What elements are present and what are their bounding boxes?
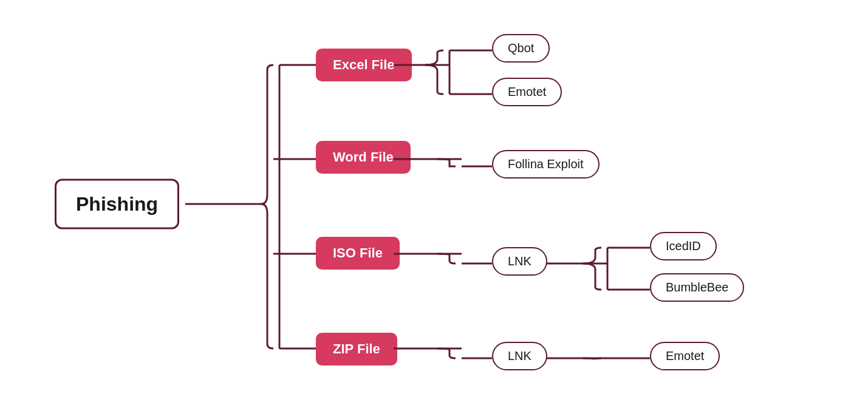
leaf-follina: Follina Exploit	[492, 150, 600, 178]
lnk-iso-label: LNK	[508, 254, 531, 268]
file-box-iso: ISO File	[316, 237, 400, 270]
leaf-icedid: IcedID	[650, 232, 717, 260]
bumblebee-label: BumbleBee	[666, 280, 728, 294]
zip-label: ZIP File	[333, 341, 380, 356]
file-box-zip: ZIP File	[316, 333, 397, 365]
file-box-excel: Excel File	[316, 49, 412, 81]
excel-label: Excel File	[333, 57, 395, 72]
phishing-box: Phishing	[55, 179, 179, 229]
diagram: Phishing Excel File Word File ISO File Z…	[0, 0, 868, 408]
qbot-label: Qbot	[508, 41, 534, 55]
icedid-label: IcedID	[666, 239, 701, 253]
leaf-lnk-iso: LNK	[492, 247, 547, 276]
leaf-bumblebee: BumbleBee	[650, 273, 744, 302]
iso-label: ISO File	[333, 245, 383, 260]
emotet1-label: Emotet	[508, 85, 546, 98]
leaf-lnk-zip: LNK	[492, 342, 547, 370]
follina-label: Follina Exploit	[508, 157, 584, 171]
file-box-word: Word File	[316, 141, 411, 174]
leaf-qbot: Qbot	[492, 34, 550, 63]
leaf-emotet-excel: Emotet	[492, 78, 562, 106]
emotet2-label: Emotet	[666, 349, 704, 362]
lnk-zip-label: LNK	[508, 349, 531, 362]
phishing-label: Phishing	[76, 193, 158, 215]
word-label: Word File	[333, 149, 394, 165]
leaf-emotet-zip: Emotet	[650, 342, 720, 370]
